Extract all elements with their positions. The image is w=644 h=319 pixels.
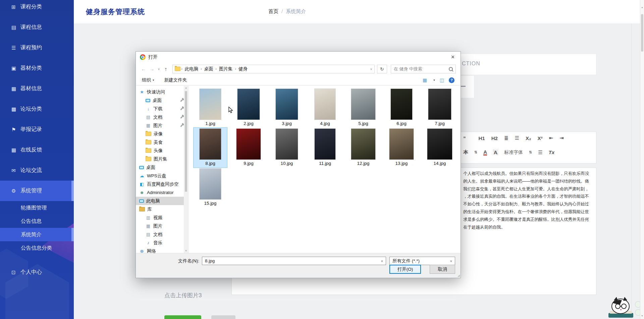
file-item[interactable]: 1.jpg (194, 88, 227, 128)
file-item[interactable]: 14.jpg (423, 128, 457, 168)
sidebar-item[interactable]: ⚑ 举报记录 (0, 119, 74, 140)
forward-icon[interactable]: → (149, 66, 155, 72)
back-icon[interactable]: ← (141, 66, 147, 72)
tree-item[interactable]: 库 (136, 205, 188, 213)
ordered-list-icon[interactable]: ≣ (504, 135, 508, 141)
sidebar-item[interactable]: ▩ 论坛分类 (0, 99, 74, 119)
dropdown-arrows-icon[interactable]: ⇅ (529, 150, 532, 154)
sidebar-subitem[interactable]: 公告信息分类 (0, 241, 74, 255)
file-item[interactable]: 11.jpg (308, 128, 342, 168)
tree-item[interactable]: ▦图片 (136, 121, 188, 130)
view-caret-icon[interactable]: ▾ (433, 78, 435, 82)
filetype-chevron-icon[interactable]: ∨ (450, 259, 452, 263)
file-item[interactable]: 4.jpg (308, 88, 342, 128)
outdent-icon[interactable]: ⇤ (549, 135, 553, 141)
sidebar-subitem[interactable]: 系统简介 (0, 228, 74, 241)
tree-scrollbar[interactable]: ∧ ∨ (184, 86, 188, 253)
refresh-icon[interactable]: ↻ (377, 65, 387, 73)
h2-icon[interactable]: H2 (491, 135, 498, 141)
file-item[interactable]: 15.jpg (194, 168, 227, 207)
tree-item[interactable]: ▤文档 (136, 113, 188, 121)
tree-item[interactable]: ◧百度网盘同步空 (136, 180, 188, 188)
address-segment[interactable]: 桌面 (202, 66, 216, 72)
tree-item[interactable]: ☁WPS云盘 (136, 172, 188, 180)
file-item[interactable]: 6.jpg (385, 88, 418, 128)
scroll-up-icon[interactable]: ▲ (640, 6, 644, 8)
address-bar[interactable]: › 此电脑› 桌面› 图片集› 健身 ∨ (172, 65, 375, 73)
address-segment[interactable]: 健身 (236, 66, 250, 72)
tree-item[interactable]: ▦图片 (136, 222, 188, 230)
tree-item[interactable]: 录像 (136, 130, 188, 138)
thumbnail-view-icon[interactable]: ▦ (423, 77, 427, 83)
file-item[interactable]: 8.jpg (194, 128, 227, 168)
tree-item[interactable]: 桌面 (136, 96, 188, 105)
address-chevron-icon[interactable]: ∨ (370, 67, 372, 71)
sidebar-item[interactable]: ▦ 在线反馈 (0, 140, 74, 160)
dropdown-arrows-icon[interactable]: ⇅ (474, 150, 477, 154)
file-item[interactable]: 5.jpg (346, 88, 380, 128)
filename-input[interactable]: 8.jpg ∨ (202, 257, 386, 265)
new-folder-button[interactable]: 新建文件夹 (164, 77, 187, 83)
filename-chevron-icon[interactable]: ∨ (381, 259, 383, 263)
line-height-icon[interactable]: ☰ (538, 149, 542, 155)
search-input[interactable]: 在 健身 中搜索 (391, 65, 456, 73)
filetype-select[interactable]: 所有文件 (*.*) ∨ (389, 257, 455, 265)
dialog-titlebar[interactable]: 打开 (136, 52, 461, 63)
tree-item[interactable]: ♪音乐 (136, 239, 188, 247)
submit-button-fragment[interactable] (164, 315, 201, 319)
file-item[interactable]: 12.jpg (346, 128, 380, 168)
tree-item[interactable]: 此电脑 (136, 197, 188, 205)
scroll-down-icon[interactable]: ▼ (640, 315, 644, 317)
tree-item[interactable]: 桌面 (136, 163, 188, 172)
clear-format-icon[interactable]: Tx (549, 149, 555, 155)
history-chevron-icon[interactable]: ∨ (157, 67, 161, 71)
tree-item[interactable]: ↓下载 (136, 105, 188, 113)
preview-pane-icon[interactable]: ◫ (440, 77, 444, 83)
file-item[interactable]: 13.jpg (385, 128, 418, 168)
tree-item[interactable]: ▤文档 (136, 230, 188, 239)
font-size-fragment[interactable]: 本 (463, 149, 468, 155)
sidebar-item[interactable]: ⚙ 系统管理 (0, 181, 74, 201)
scrollbar-thumb[interactable] (641, 14, 643, 52)
tree-item[interactable]: ▥视频 (136, 213, 188, 222)
font-color-icon[interactable]: A (483, 149, 487, 155)
cancel-button-fragment[interactable] (211, 315, 235, 319)
page-scrollbar[interactable]: ▲ ▼ (640, 0, 644, 319)
file-item[interactable]: 3.jpg (270, 88, 304, 128)
file-item[interactable]: 9.jpg (232, 128, 265, 168)
address-segment[interactable]: 此电脑 (182, 66, 201, 72)
subscript-icon[interactable]: X₂ (526, 135, 531, 141)
scrollbar-thumb[interactable] (185, 91, 187, 192)
quote-icon[interactable]: ” (463, 135, 466, 141)
sidebar-item[interactable]: ☰ 课程预约 (0, 38, 74, 58)
upload-hint-text[interactable]: 点击上传图片3 (164, 292, 202, 299)
open-button[interactable]: 打开(O) (389, 265, 421, 274)
close-icon[interactable]: × (445, 52, 461, 62)
breadcrumb-home[interactable]: 首页 (268, 8, 278, 15)
sidebar-item[interactable]: ✉ 论坛交流 (0, 160, 74, 181)
tree-item[interactable]: 美食 (136, 138, 188, 146)
tree-item[interactable]: ★快速访问 (136, 88, 188, 96)
scroll-down-icon[interactable]: ∨ (184, 249, 188, 252)
sidebar-subitem[interactable]: 轮播图管理 (0, 201, 74, 214)
address-segment[interactable]: 图片集 (217, 66, 235, 72)
bg-color-icon[interactable]: A (493, 149, 498, 155)
sidebar-item[interactable]: ▤ 课程信息 (0, 17, 74, 38)
organize-button[interactable]: 组织 (142, 77, 151, 83)
resize-grip-icon[interactable]: ◢ (458, 274, 460, 277)
tree-item[interactable]: 图片集 (136, 155, 188, 163)
sidebar-item[interactable]: ⊞ 课程分类 (0, 0, 74, 17)
font-family-select[interactable]: 标准字体 (504, 149, 523, 155)
file-item[interactable]: 2.jpg (232, 88, 265, 128)
up-icon[interactable]: ↑ (163, 66, 169, 72)
scroll-up-icon[interactable]: ∧ (184, 87, 188, 89)
sidebar-subitem[interactable]: 公告信息 (0, 214, 74, 228)
superscript-icon[interactable]: X² (538, 135, 543, 141)
file-item[interactable]: 7.jpg (423, 88, 457, 128)
h1-icon[interactable]: H1 (479, 135, 485, 141)
file-item[interactable]: 10.jpg (270, 128, 304, 168)
sidebar-item[interactable]: ▣ 器材分类 (0, 58, 74, 78)
tree-item[interactable]: ⊕网络 (136, 247, 188, 253)
tree-item[interactable]: ☻Administrator (136, 188, 188, 197)
sidebar-item[interactable]: ▦ 器材信息 (0, 78, 74, 99)
